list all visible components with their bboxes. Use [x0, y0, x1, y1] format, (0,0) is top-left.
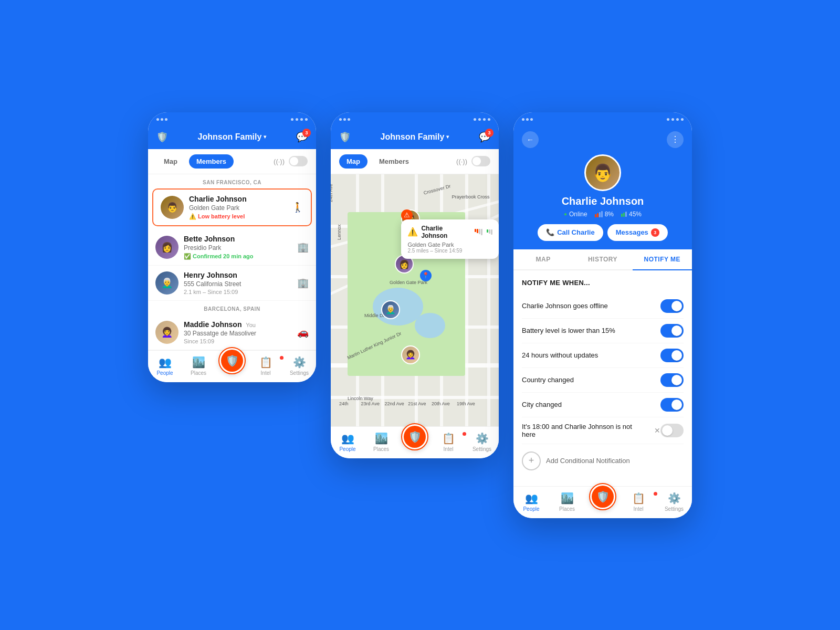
notify-text-battery: Battery level is lower than 15% [522, 327, 660, 334]
back-button[interactable]: ← [522, 131, 539, 148]
alert-inner-1: 🛡️ [221, 350, 243, 372]
notify-text-city: City changed [522, 401, 660, 408]
stat-online: ● Online [564, 211, 587, 218]
toggle-switch-2[interactable] [471, 156, 490, 166]
settings-icon-1: ⚙️ [293, 356, 306, 369]
nav-alert-2[interactable]: 🛡️ [398, 434, 432, 450]
family-name-1: Johnson Family [198, 132, 262, 142]
member-item-charlie[interactable]: 👨 Charlie Johnson Golden Gate Park ⚠️ Lo… [152, 188, 312, 226]
chevron-down-icon-2: ▾ [446, 134, 449, 140]
people-icon-1: 👥 [159, 356, 172, 369]
nav-intel-1[interactable]: 📋 Intel [249, 356, 282, 376]
toggle-city[interactable] [660, 398, 684, 412]
add-icon: + [522, 452, 541, 470]
toggle-conditional[interactable] [660, 424, 684, 437]
messages-label: Messages [616, 228, 648, 236]
nav-settings-2[interactable]: ⚙️ Settings [465, 432, 499, 452]
alert-inner-3: 🛡️ [592, 486, 614, 508]
notify-title: NOTIFY ME WHEN... [522, 279, 684, 287]
nav-settings-label-1: Settings [290, 370, 309, 376]
alert-btn-2[interactable]: 🛡️ [401, 423, 428, 450]
notify-text-conditional: It's 18:00 and Charlie Johnson is not he… [522, 423, 652, 438]
nav-places-2[interactable]: 🏙️ Places [364, 432, 398, 452]
battery-status-text: Low battery level [198, 213, 245, 219]
status-left-1 [156, 118, 167, 121]
chat-icon-2[interactable]: 💬 3 [479, 131, 490, 143]
alert-btn-1[interactable]: 🛡️ [218, 347, 246, 374]
nav-alert-3[interactable]: 🛡️ [585, 494, 621, 510]
map-pin-maddie[interactable]: 👩‍🦱 [401, 345, 420, 364]
battery-warn-icon: ⚠️ [189, 213, 196, 220]
tab-members-2[interactable]: Members [372, 154, 416, 169]
member-item-bette[interactable]: 👩 Bette Johnson Presidio Park ✅ Confirme… [148, 229, 316, 266]
header-title-2[interactable]: Johnson Family ▾ [381, 132, 449, 142]
nav-settings-1[interactable]: ⚙️ Settings [282, 356, 316, 376]
tab-history-profile[interactable]: HISTORY [573, 249, 632, 269]
header-title-1[interactable]: Johnson Family ▾ [198, 132, 267, 142]
nav-alert-1[interactable]: 🛡️ [215, 358, 249, 374]
nav-people-1[interactable]: 👥 People [148, 356, 182, 376]
toggle-24h[interactable] [660, 349, 684, 362]
map-avatar-maddie: 👩‍🦱 [401, 345, 420, 364]
tab-map-2[interactable]: Map [339, 154, 368, 169]
popup-detail: 2.5 miles – Since 14:59 [407, 248, 492, 254]
tab-members-1[interactable]: Members [189, 154, 234, 169]
messages-button[interactable]: Messages 3 [607, 224, 668, 241]
map-pin-henry[interactable]: 👨‍🦳 [381, 300, 400, 319]
nav-settings-label-3: Settings [665, 506, 684, 512]
nav-places-1[interactable]: 🏙️ Places [182, 356, 215, 376]
add-notification-button[interactable]: + Add Conditional Notification [522, 444, 684, 478]
toggle-offline[interactable] [660, 299, 684, 313]
people-icon-2: 👥 [341, 432, 354, 445]
chevron-down-icon-1: ▾ [264, 134, 266, 140]
nav-people-3[interactable]: 👥 People [513, 492, 549, 512]
nav-intel-2[interactable]: 📋 Intel [432, 432, 465, 452]
toggle-country[interactable] [660, 373, 684, 387]
notify-text-country: Country changed [522, 376, 660, 384]
signal-value: 8% [605, 211, 614, 218]
signal-bars-icon [595, 211, 603, 217]
tab-map-profile[interactable]: MAP [513, 249, 573, 269]
tab-notify-profile[interactable]: NOTIFY ME [633, 249, 692, 270]
member-item-henry[interactable]: 👨‍🦳 Henry Johnson 555 California Street … [148, 266, 316, 301]
toggle-battery[interactable] [660, 324, 684, 338]
notify-text-24h: 24 hours without updates [522, 351, 660, 359]
nav-intel-label-3: Intel [634, 506, 644, 512]
call-charlie-button[interactable]: 📞 Call Charlie [538, 224, 603, 241]
nav-places-label-2: Places [373, 446, 389, 452]
nav-intel-3[interactable]: 📋 Intel [621, 492, 656, 512]
member-name-charlie: Charlie Johnson [189, 195, 287, 203]
member-location-bette: Presidio Park [184, 244, 292, 251]
remove-conditional-button[interactable]: ✕ [654, 426, 660, 435]
screens-container: 🛡️ Johnson Family ▾ 💬 3 Map Members ((·)… [148, 112, 692, 518]
map-view[interactable]: Crossover Dr Prayerbook Cross Lennox Gol… [331, 174, 499, 426]
stat-signal: 8% [595, 211, 614, 218]
nav-places-3[interactable]: 🏙️ Places [549, 492, 585, 512]
bottom-nav-1: 👥 People 🏙️ Places 🛡️ 📋 Intel ⚙️ Setting… [148, 350, 316, 382]
toggle-switch-1[interactable] [289, 156, 308, 166]
notify-item-city: City changed [522, 393, 684, 417]
notify-content: NOTIFY ME WHEN... Charlie Johnson goes o… [513, 270, 692, 486]
status-right-2 [474, 118, 490, 121]
profile-actions: 📞 Call Charlie Messages 3 [522, 224, 684, 241]
chat-badge-2: 3 [485, 129, 494, 137]
member-item-maddie[interactable]: 👩‍🦱 Maddie Johnson You 30 Passatge de Ma… [148, 315, 316, 350]
more-button[interactable]: ⋮ [667, 131, 684, 148]
avatar-maddie: 👩‍🦱 [155, 321, 178, 344]
status-dot-3 [165, 118, 167, 121]
status-dot-2 [161, 118, 163, 121]
intel-icon-1: 📋 [259, 356, 272, 369]
tab-map-1[interactable]: Map [156, 154, 185, 169]
member-location-maddie: 30 Passatge de Masoliver [184, 330, 292, 337]
family-name-2: Johnson Family [381, 132, 445, 142]
map-label-crossover: Crossover Dr [423, 183, 452, 195]
alert-btn-3[interactable]: 🛡️ [589, 483, 616, 510]
nav-settings-3[interactable]: ⚙️ Settings [656, 492, 692, 512]
map-label-22nd: 22nd Ave [384, 401, 404, 406]
status-dot-r3 [300, 118, 303, 121]
status-right-3 [667, 118, 684, 121]
chat-icon-1[interactable]: 💬 3 [296, 131, 308, 143]
map-popup: ⚠️ Charlie Johnson [401, 219, 499, 259]
nav-people-2[interactable]: 👥 People [331, 432, 364, 452]
stat-battery: 45% [621, 211, 642, 218]
